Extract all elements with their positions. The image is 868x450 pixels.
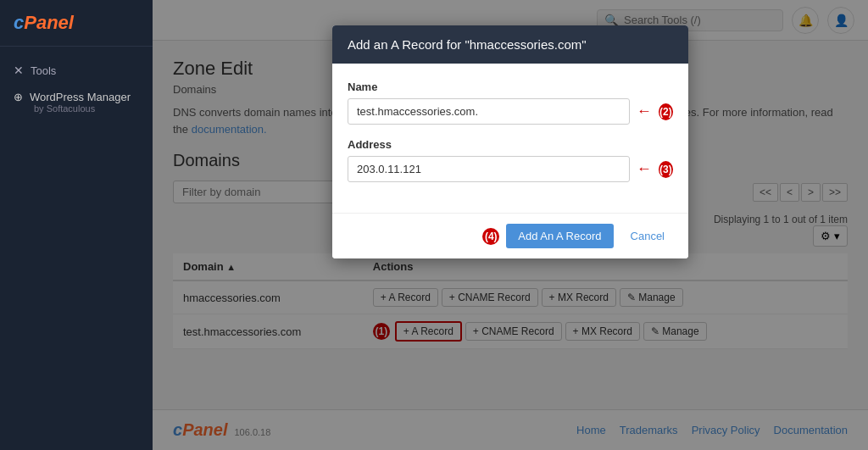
modal-header: Add an A Record for "hmaccessories.com" (332, 25, 688, 64)
name-input[interactable] (348, 98, 630, 125)
tools-icon: ✕ (14, 64, 24, 77)
sidebar-item-wordpress[interactable]: ⊕ WordPress Manager by Softaculous (0, 84, 153, 120)
modal-overlay: Add an A Record for "hmaccessories.com" … (153, 0, 868, 450)
sidebar-logo: cPanel (0, 0, 153, 47)
name-field: Name ← (2) (348, 81, 673, 125)
cancel-button[interactable]: Cancel (622, 224, 673, 248)
sidebar: cPanel ✕ Tools ⊕ WordPress Manager by So… (0, 0, 153, 450)
sidebar-nav: ✕ Tools ⊕ WordPress Manager by Softaculo… (0, 47, 153, 131)
name-arrow-icon: ← (637, 103, 652, 120)
address-label: Address (348, 138, 673, 151)
modal-body: Name ← (2) Address ← (3) (332, 64, 688, 213)
name-annotation: (2) (659, 103, 673, 120)
add-record-button[interactable]: Add An A Record (506, 224, 613, 248)
logo-panel: Panel (24, 12, 74, 33)
wp-icon: ⊕ (14, 91, 23, 103)
name-label: Name (348, 81, 673, 93)
address-input[interactable] (348, 156, 630, 182)
main-content: 🔍 🔔 👤 Zone Edit Domains DNS converts dom… (153, 0, 868, 450)
modal-footer: (4) Add An A Record Cancel (332, 213, 688, 258)
modal: Add an A Record for "hmaccessories.com" … (332, 25, 688, 258)
sidebar-wp-sub: by Softaculous (14, 103, 139, 114)
address-arrow-icon: ← (637, 160, 652, 178)
address-annotation: (3) (659, 161, 673, 178)
submit-annotation: (4) (482, 228, 499, 245)
address-field: Address ← (3) (348, 138, 673, 182)
logo-c: c (14, 12, 24, 33)
sidebar-tools-label: Tools (31, 64, 56, 77)
sidebar-item-tools[interactable]: ✕ Tools (0, 57, 153, 84)
sidebar-wp-label: WordPress Manager (30, 91, 131, 103)
